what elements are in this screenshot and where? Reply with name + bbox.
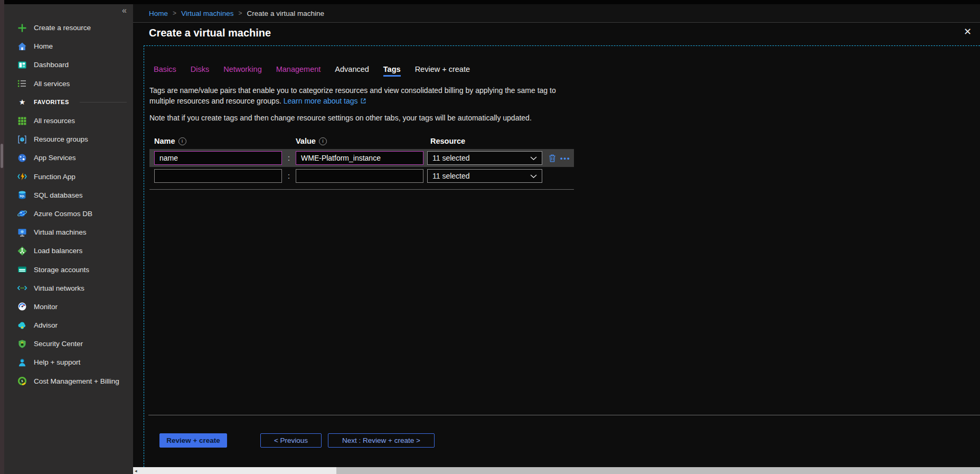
sidebar-item-help-support[interactable]: Help + support [4,353,133,371]
tab-advanced[interactable]: Advanced [335,65,369,77]
help-support-icon [17,357,27,368]
page-title: Create a virtual machine [149,27,271,39]
sidebar-item-label: Resource groups [34,135,88,143]
sidebar-item-virtual-networks[interactable]: Virtual networks [4,279,133,298]
plus-icon [17,23,27,33]
tab-management[interactable]: Management [276,65,321,77]
sidebar-item-label: Storage accounts [34,266,89,274]
review-create-button[interactable]: Review + create [159,433,227,448]
sidebar-item-sql-databases[interactable]: SQL SQL databases [4,186,133,205]
advisor-icon [17,320,27,331]
main-content: Home > Virtual machines > Create a virtu… [133,4,980,474]
breadcrumb-separator: > [173,10,176,17]
tab-basics[interactable]: Basics [154,65,176,77]
tab-tags[interactable]: Tags [383,65,401,77]
breadcrumb-separator: > [239,10,242,17]
resource-dropdown-value: 11 selected [432,172,470,180]
close-icon[interactable]: ✕ [964,27,972,36]
storage-accounts-icon [17,264,27,275]
horizontal-scrollbar: ◂ [133,467,980,474]
breadcrumb-home-link[interactable]: Home [149,10,168,17]
sidebar-collapse-icon[interactable]: « [122,6,127,15]
sidebar-item-label: Azure Cosmos DB [34,210,92,218]
resource-dropdown-value: 11 selected [432,154,470,162]
sidebar-favorites-header: ★ FAVORITES [4,93,133,111]
sidebar-item-label: Virtual networks [34,284,84,292]
sidebar-item-label: Home [34,42,53,50]
sidebar-item-function-app[interactable]: Function App [4,168,133,186]
virtual-networks-icon [17,283,27,293]
tag-name-input[interactable] [154,151,282,165]
cost-management-icon: $ [17,376,27,386]
azure-cosmos-db-icon [17,208,27,219]
scroll-left-arrow-icon[interactable]: ◂ [135,467,137,474]
resource-dropdown[interactable]: 11 selected [427,169,542,183]
sidebar-item-azure-cosmos-db[interactable]: Azure Cosmos DB [4,205,133,223]
tab-bar: Basics Disks Networking Management Advan… [154,65,980,77]
tag-value-input[interactable] [296,151,423,165]
all-services-icon [17,78,27,89]
tag-name-input-empty[interactable] [154,169,282,183]
sidebar-item-label: Help + support [34,358,80,366]
virtual-machines-icon [17,227,27,238]
tab-review-create[interactable]: Review + create [415,65,470,77]
sidebar-item-app-services[interactable]: App Services [4,148,133,167]
value-column-header: Value [296,137,316,145]
resource-dropdown[interactable]: 11 selected [427,151,542,165]
tab-networking[interactable]: Networking [223,65,262,77]
delete-row-icon[interactable] [548,154,557,163]
function-app-icon [17,171,27,182]
tab-disks[interactable]: Disks [191,65,209,77]
all-resources-icon [17,116,27,126]
home-icon [17,41,27,52]
sql-databases-icon: SQL [17,190,27,200]
sidebar-item-all-resources[interactable]: All resources [4,111,133,130]
resource-column-header: Resource [430,137,465,145]
sidebar-item-load-balancers[interactable]: Load balancers [4,241,133,260]
tag-value-input-empty[interactable] [296,169,423,183]
learn-more-link[interactable]: Learn more about tags [284,97,366,105]
sidebar-item-storage-accounts[interactable]: Storage accounts [4,260,133,278]
more-options-icon[interactable]: ••• [560,154,571,162]
sidebar-item-label: Cost Management + Billing [34,377,119,385]
scrollbar-thumb[interactable] [336,467,980,474]
name-info-icon[interactable]: i [178,137,186,145]
favorites-label: FAVORITES [34,99,69,105]
footer-divider [148,415,980,415]
sidebar-scroll-indicator[interactable] [1,144,3,168]
sidebar-item-label: Load balancers [34,247,82,255]
previous-button[interactable]: < Previous [260,433,322,448]
sidebar-item-label: Create a resource [34,24,91,32]
sidebar-item-label: App Services [34,154,76,162]
next-review-create-button[interactable]: Next : Review + create > [328,433,435,448]
blade-header: Create a virtual machine ✕ [133,23,980,46]
value-info-icon[interactable]: i [319,137,327,145]
sidebar-item-advisor[interactable]: Advisor [4,316,133,334]
chevron-down-icon [530,154,537,162]
breadcrumb: Home > Virtual machines > Create a virtu… [133,4,980,23]
tags-description: Tags are name/value pairs that enable yo… [149,85,572,107]
sidebar-item-label: Advisor [34,321,58,329]
breadcrumb-virtual-machines-link[interactable]: Virtual machines [181,10,234,17]
sidebar-item-home[interactable]: Home [4,37,133,55]
sidebar-item-cost-management-billing[interactable]: $ Cost Management + Billing [4,372,133,391]
sidebar-item-label: SQL databases [34,191,83,199]
sidebar-item-security-center[interactable]: Security Center [4,334,133,353]
app-services-icon [17,153,27,163]
sidebar-item-label: All resources [34,117,75,125]
colon-separator: : [282,154,296,162]
tags-note: Note that if you create tags and then ch… [149,114,980,122]
sidebar-item-create-a-resource[interactable]: Create a resource [4,18,133,37]
sidebar-item-virtual-machines[interactable]: Virtual machines [4,223,133,241]
table-bottom-divider [149,189,574,190]
resource-groups-icon [17,134,27,145]
sidebar-item-label: Security Center [34,340,83,348]
sidebar-item-all-services[interactable]: All services [4,75,133,93]
tag-row-2: : 11 selected [149,167,574,185]
sidebar-item-monitor[interactable]: Monitor [4,298,133,316]
breadcrumb-current: Create a virtual machine [247,10,324,17]
sidebar-item-dashboard[interactable]: Dashboard [4,55,133,74]
name-column-header: Name [154,137,175,145]
colon-separator: : [282,172,296,180]
sidebar-item-resource-groups[interactable]: Resource groups [4,130,133,148]
